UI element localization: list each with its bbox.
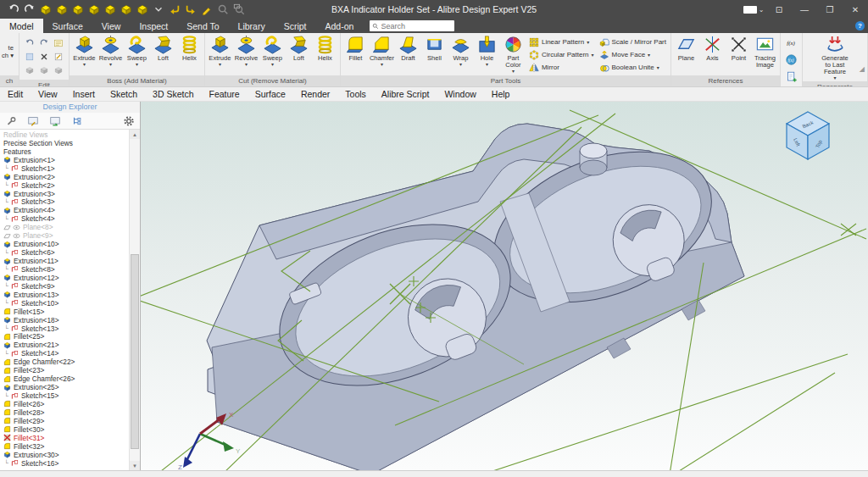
menu-window[interactable]: Window [437,89,483,99]
redo-button[interactable] [37,36,51,49]
new-sheet-button[interactable] [786,70,797,86]
scroll-up-icon[interactable]: ▲ [130,130,140,139]
tree-item[interactable]: Fillet<28> [0,408,129,417]
tree-item[interactable]: Extrusion<12> [0,274,129,282]
tree-item[interactable]: Extrusion<11> [0,257,129,265]
tree-item[interactable]: Extrusion<13> [0,291,129,299]
tree-item[interactable]: Plane<8> [0,223,129,231]
menu-surface[interactable]: Surface [248,89,293,99]
tree-scrollbar[interactable]: ▲ ▼ [129,130,140,470]
tree-item[interactable]: └Sketch<9> [0,282,129,291]
tree-item[interactable]: Features [0,147,129,156]
tree-item[interactable]: Fillet<26> [0,400,129,408]
fx-button[interactable] [786,36,797,52]
expand-chevron-button[interactable] [152,3,165,16]
tree-item[interactable]: └Sketch<13> [0,324,129,333]
menu-alibre-script[interactable]: Alibre Script [374,89,437,99]
ribbon-collapse-icon[interactable]: ◢ [860,65,865,73]
loft-button[interactable]: Loft [286,34,312,62]
view-cube-5-button[interactable] [103,3,117,16]
helix-button[interactable]: Helix [176,34,203,62]
sweep-button[interactable]: Sweep▾ [259,34,286,67]
zoom-to-fit-button[interactable] [216,3,230,16]
edit-button[interactable] [52,50,65,63]
tree-item[interactable]: └Sketch<1> [0,164,129,173]
part-color-button[interactable]: Part Color▾ [500,34,526,74]
3d-viewport[interactable]: X Y Z Back Left Top [141,102,868,470]
tree-item[interactable]: └Sketch<14> [0,349,129,358]
undo-button[interactable] [23,36,36,49]
component-button[interactable] [4,114,18,128]
point-button[interactable]: Point [726,34,752,62]
dropdown-arrow-icon[interactable]: ▾ [271,62,274,67]
tree-item[interactable]: Fillet<15> [0,308,129,316]
menu-feature[interactable]: Feature [202,89,248,99]
dock-window-button[interactable]: ⊡ [766,0,792,19]
sweep-button[interactable]: Sweep▾ [124,34,150,67]
scroll-track[interactable] [130,139,140,461]
revolve-button[interactable]: Revolve▾ [233,34,259,67]
maximize-button[interactable]: ❐ [817,0,843,19]
tree-item[interactable]: Extrusion<4> [0,206,129,214]
dropdown-arrow-icon[interactable]: ▾ [459,62,462,67]
delete-button[interactable] [37,50,51,63]
revolve-button[interactable]: Revolve▾ [97,34,124,67]
linear-pattern-button[interactable]: Linear Pattern▾ [529,36,594,47]
boolean-unite-button[interactable]: Boolean Unite▾ [599,62,666,73]
tree-item[interactable]: Fillet<29> [0,417,129,425]
scroll-down-icon[interactable]: ▼ [130,461,140,470]
search-input[interactable] [381,22,448,31]
search-box[interactable] [370,20,454,31]
view-cube-6-button[interactable] [120,3,133,16]
tree-item[interactable]: Precise Section Views [0,139,129,147]
tree-item[interactable]: └Sketch<2> [0,181,129,190]
tab-view[interactable]: View [92,19,131,33]
duplicate-button[interactable] [52,64,65,76]
comment-button[interactable] [52,36,65,49]
tracing-image-button[interactable]: Tracing Image [752,34,778,69]
settings-gear-button[interactable] [122,114,136,128]
mirror-button[interactable]: Mirror [529,62,594,73]
tree-item[interactable]: Extrusion<1> [0,156,129,164]
helix-button[interactable]: Helix [312,34,338,62]
tree-item[interactable]: Extrusion<30> [0,451,129,459]
tree-item[interactable]: Plane<9> [0,231,129,240]
tree-item[interactable]: └Sketch<16> [0,459,129,468]
activate-sketch-button[interactable]: tech ▾ [2,34,14,59]
dropdown-arrow-icon[interactable]: ▾ [83,62,86,67]
structure-button[interactable] [70,114,84,128]
scale-mirror-part-button[interactable]: Scale / Mirror Part [599,36,666,47]
copy-button[interactable] [23,64,36,76]
tree-item[interactable]: Redline Views [0,130,129,139]
tab-library[interactable]: Library [229,19,275,33]
previous-view-button[interactable] [168,3,181,16]
tab-surface[interactable]: Surface [43,19,92,33]
extrude-button[interactable]: Extrude▾ [71,34,97,67]
fillet-button[interactable]: Fillet [342,34,369,62]
menu-insert[interactable]: Insert [65,89,103,99]
draft-button[interactable]: Draft [395,34,421,62]
wrap-button[interactable]: Wrap▾ [448,34,474,67]
scroll-thumb[interactable] [131,254,139,449]
redline-display-button[interactable] [26,114,40,128]
dropdown-arrow-icon[interactable]: ▾ [109,62,112,67]
tree-item[interactable]: Fillet<23> [0,366,129,374]
zoom-window-button[interactable] [232,3,246,16]
tree-item[interactable]: Edge Chamfer<22> [0,358,129,366]
loft-button[interactable]: Loft [150,34,176,62]
menu-render[interactable]: Render [293,89,337,99]
circular-pattern-button[interactable]: Circular Pattern▾ [529,49,594,60]
view-cube-2-button[interactable] [55,3,69,16]
chamfer-button[interactable]: Chamfer▾ [369,34,395,67]
tree-item[interactable]: └Sketch<3> [0,198,129,207]
tree-item[interactable]: └Sketch<10> [0,299,129,308]
minimize-button[interactable]: — [792,0,817,19]
dropdown-arrow-icon[interactable]: ▾ [136,62,138,67]
tree-item[interactable]: Edge Chamfer<26> [0,374,129,383]
dropdown-arrow-icon[interactable]: ▾ [381,62,383,67]
dropdown-arrow-icon[interactable]: ▾ [486,62,488,67]
menu-sketch[interactable]: Sketch [103,89,145,99]
tree-item[interactable]: Extrusion<25> [0,383,129,391]
view-cube-1-button[interactable] [39,3,53,16]
tree-item[interactable]: Extrusion<3> [0,190,129,198]
